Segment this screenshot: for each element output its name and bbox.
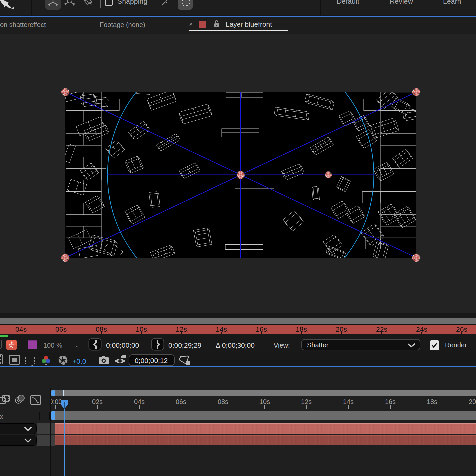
svg-text:+0.0: +0.0 bbox=[72, 357, 86, 365]
svg-text:0;00;00;12: 0;00;00;12 bbox=[135, 357, 168, 364]
